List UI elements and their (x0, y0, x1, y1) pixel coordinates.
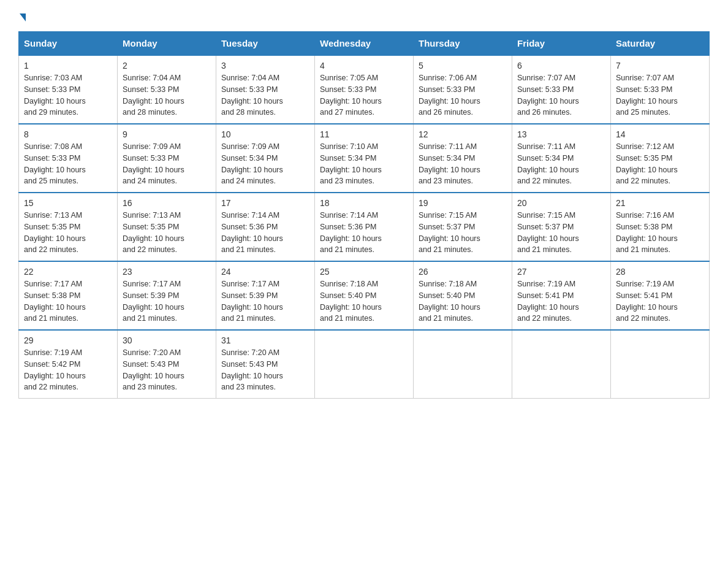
day-number: 31 (221, 335, 309, 345)
day-number: 18 (320, 198, 408, 208)
calendar-cell: 21Sunrise: 7:16 AMSunset: 5:38 PMDayligh… (611, 193, 710, 261)
logo (18, 12, 26, 21)
day-number: 15 (24, 198, 112, 208)
day-number: 20 (517, 198, 605, 208)
day-info: Sunrise: 7:07 AMSunset: 5:33 PMDaylight:… (616, 72, 704, 118)
day-number: 16 (123, 198, 211, 208)
day-info: Sunrise: 7:19 AMSunset: 5:42 PMDaylight:… (24, 347, 112, 393)
day-info: Sunrise: 7:13 AMSunset: 5:35 PMDaylight:… (24, 210, 112, 256)
day-info: Sunrise: 7:04 AMSunset: 5:33 PMDaylight:… (221, 72, 309, 118)
header-sunday: Sunday (19, 32, 118, 56)
day-number: 29 (24, 335, 112, 345)
calendar-cell: 27Sunrise: 7:19 AMSunset: 5:41 PMDayligh… (512, 261, 611, 330)
week-row-2: 8Sunrise: 7:08 AMSunset: 5:33 PMDaylight… (19, 124, 710, 193)
day-number: 17 (221, 198, 309, 208)
day-info: Sunrise: 7:16 AMSunset: 5:38 PMDaylight:… (616, 210, 704, 256)
day-number: 28 (616, 267, 704, 277)
day-number: 8 (24, 129, 112, 139)
calendar-cell: 24Sunrise: 7:17 AMSunset: 5:39 PMDayligh… (216, 261, 315, 330)
day-number: 3 (221, 61, 309, 71)
day-number: 21 (616, 198, 704, 208)
day-info: Sunrise: 7:17 AMSunset: 5:38 PMDaylight:… (24, 278, 112, 324)
calendar-cell: 18Sunrise: 7:14 AMSunset: 5:36 PMDayligh… (315, 193, 414, 261)
page-header (18, 12, 710, 21)
day-info: Sunrise: 7:17 AMSunset: 5:39 PMDaylight:… (221, 278, 309, 324)
calendar-cell: 6Sunrise: 7:07 AMSunset: 5:33 PMDaylight… (512, 55, 611, 124)
day-info: Sunrise: 7:15 AMSunset: 5:37 PMDaylight:… (517, 210, 605, 256)
header-wednesday: Wednesday (315, 32, 414, 56)
day-number: 13 (517, 129, 605, 139)
calendar-cell (315, 330, 414, 399)
day-info: Sunrise: 7:09 AMSunset: 5:33 PMDaylight:… (123, 141, 211, 187)
calendar-cell: 4Sunrise: 7:05 AMSunset: 5:33 PMDaylight… (315, 55, 414, 124)
header-monday: Monday (118, 32, 216, 56)
calendar-cell: 3Sunrise: 7:04 AMSunset: 5:33 PMDaylight… (216, 55, 315, 124)
calendar-cell: 11Sunrise: 7:10 AMSunset: 5:34 PMDayligh… (315, 124, 414, 193)
header-saturday: Saturday (611, 32, 710, 56)
day-info: Sunrise: 7:15 AMSunset: 5:37 PMDaylight:… (419, 210, 507, 256)
week-row-5: 29Sunrise: 7:19 AMSunset: 5:42 PMDayligh… (19, 330, 710, 399)
day-info: Sunrise: 7:12 AMSunset: 5:35 PMDaylight:… (616, 141, 704, 187)
week-row-1: 1Sunrise: 7:03 AMSunset: 5:33 PMDaylight… (19, 55, 710, 124)
day-info: Sunrise: 7:20 AMSunset: 5:43 PMDaylight:… (123, 347, 211, 393)
day-number: 12 (419, 129, 507, 139)
day-number: 11 (320, 129, 408, 139)
day-number: 2 (123, 61, 211, 71)
day-number: 22 (24, 267, 112, 277)
day-info: Sunrise: 7:11 AMSunset: 5:34 PMDaylight:… (419, 141, 507, 187)
day-info: Sunrise: 7:04 AMSunset: 5:33 PMDaylight:… (123, 72, 211, 118)
calendar-cell: 9Sunrise: 7:09 AMSunset: 5:33 PMDaylight… (118, 124, 216, 193)
header-friday: Friday (512, 32, 611, 56)
calendar-cell: 12Sunrise: 7:11 AMSunset: 5:34 PMDayligh… (414, 124, 512, 193)
day-number: 27 (517, 267, 605, 277)
day-number: 1 (24, 61, 112, 71)
calendar-cell (611, 330, 710, 399)
calendar-cell: 8Sunrise: 7:08 AMSunset: 5:33 PMDaylight… (19, 124, 118, 193)
day-info: Sunrise: 7:14 AMSunset: 5:36 PMDaylight:… (320, 210, 408, 256)
calendar-cell (414, 330, 512, 399)
day-number: 5 (419, 61, 507, 71)
calendar-cell: 25Sunrise: 7:18 AMSunset: 5:40 PMDayligh… (315, 261, 414, 330)
calendar-cell: 15Sunrise: 7:13 AMSunset: 5:35 PMDayligh… (19, 193, 118, 261)
day-info: Sunrise: 7:05 AMSunset: 5:33 PMDaylight:… (320, 72, 408, 118)
calendar-header-row: SundayMondayTuesdayWednesdayThursdayFrid… (19, 32, 710, 56)
week-row-4: 22Sunrise: 7:17 AMSunset: 5:38 PMDayligh… (19, 261, 710, 330)
day-number: 9 (123, 129, 211, 139)
day-info: Sunrise: 7:19 AMSunset: 5:41 PMDaylight:… (517, 278, 605, 324)
day-info: Sunrise: 7:11 AMSunset: 5:34 PMDaylight:… (517, 141, 605, 187)
day-number: 23 (123, 267, 211, 277)
calendar-table: SundayMondayTuesdayWednesdayThursdayFrid… (18, 31, 710, 399)
week-row-3: 15Sunrise: 7:13 AMSunset: 5:35 PMDayligh… (19, 193, 710, 261)
calendar-cell: 26Sunrise: 7:18 AMSunset: 5:40 PMDayligh… (414, 261, 512, 330)
day-info: Sunrise: 7:17 AMSunset: 5:39 PMDaylight:… (123, 278, 211, 324)
day-info: Sunrise: 7:09 AMSunset: 5:34 PMDaylight:… (221, 141, 309, 187)
header-thursday: Thursday (414, 32, 512, 56)
day-info: Sunrise: 7:19 AMSunset: 5:41 PMDaylight:… (616, 278, 704, 324)
calendar-cell: 30Sunrise: 7:20 AMSunset: 5:43 PMDayligh… (118, 330, 216, 399)
header-tuesday: Tuesday (216, 32, 315, 56)
day-number: 4 (320, 61, 408, 71)
calendar-cell: 31Sunrise: 7:20 AMSunset: 5:43 PMDayligh… (216, 330, 315, 399)
day-info: Sunrise: 7:13 AMSunset: 5:35 PMDaylight:… (123, 210, 211, 256)
calendar-cell: 13Sunrise: 7:11 AMSunset: 5:34 PMDayligh… (512, 124, 611, 193)
day-number: 7 (616, 61, 704, 71)
calendar-cell (512, 330, 611, 399)
calendar-cell: 2Sunrise: 7:04 AMSunset: 5:33 PMDaylight… (118, 55, 216, 124)
calendar-cell: 22Sunrise: 7:17 AMSunset: 5:38 PMDayligh… (19, 261, 118, 330)
calendar-cell: 17Sunrise: 7:14 AMSunset: 5:36 PMDayligh… (216, 193, 315, 261)
calendar-cell: 14Sunrise: 7:12 AMSunset: 5:35 PMDayligh… (611, 124, 710, 193)
day-number: 14 (616, 129, 704, 139)
calendar-cell: 10Sunrise: 7:09 AMSunset: 5:34 PMDayligh… (216, 124, 315, 193)
calendar-cell: 28Sunrise: 7:19 AMSunset: 5:41 PMDayligh… (611, 261, 710, 330)
day-number: 25 (320, 267, 408, 277)
day-info: Sunrise: 7:06 AMSunset: 5:33 PMDaylight:… (419, 72, 507, 118)
calendar-cell: 23Sunrise: 7:17 AMSunset: 5:39 PMDayligh… (118, 261, 216, 330)
day-number: 30 (123, 335, 211, 345)
calendar-cell: 20Sunrise: 7:15 AMSunset: 5:37 PMDayligh… (512, 193, 611, 261)
calendar-cell: 5Sunrise: 7:06 AMSunset: 5:33 PMDaylight… (414, 55, 512, 124)
day-info: Sunrise: 7:18 AMSunset: 5:40 PMDaylight:… (419, 278, 507, 324)
calendar-cell: 7Sunrise: 7:07 AMSunset: 5:33 PMDaylight… (611, 55, 710, 124)
calendar-cell: 16Sunrise: 7:13 AMSunset: 5:35 PMDayligh… (118, 193, 216, 261)
day-info: Sunrise: 7:20 AMSunset: 5:43 PMDaylight:… (221, 347, 309, 393)
day-number: 24 (221, 267, 309, 277)
